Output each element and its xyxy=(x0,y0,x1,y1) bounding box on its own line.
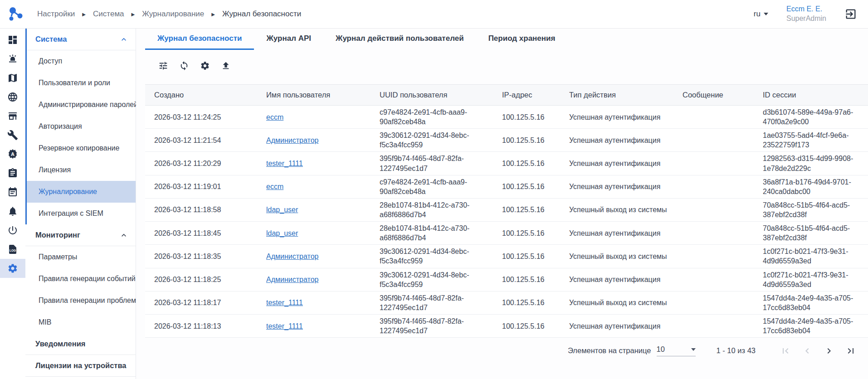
calendar-icon[interactable] xyxy=(0,183,25,202)
user-link[interactable]: Администратор xyxy=(266,253,318,260)
tab[interactable]: Период хранения xyxy=(476,29,568,50)
last-page-button[interactable] xyxy=(845,345,856,356)
cell-created: 2026-03-12 11:21:54 xyxy=(145,129,257,152)
sidebar-item[interactable]: Лицензия xyxy=(27,159,136,181)
sidebar-section-label: Система xyxy=(35,35,67,44)
sidebar-item[interactable]: MIB xyxy=(25,311,136,333)
sidebar-section: МониторингПараметрыПравила генерации соб… xyxy=(25,224,136,333)
sidebar-item[interactable]: Журналирование xyxy=(27,181,136,203)
table-row: 2026-03-12 11:19:01eccmc97e4824-2e91-4cf… xyxy=(145,175,868,198)
sidebar-item[interactable]: Интеграция с SIEM xyxy=(27,203,136,224)
table-header-row: СозданоИмя пользователяUUID пользователя… xyxy=(145,85,868,106)
clipboard-icon[interactable] xyxy=(0,164,25,183)
cell-user_uuid: 395f9b74-f465-48d7-82fa-1227495ec1d7 xyxy=(371,291,493,314)
sidebar-item[interactable]: Пользователи и роли xyxy=(27,72,136,94)
user-link[interactable]: tester_1111 xyxy=(266,299,303,306)
user-menu[interactable]: Eccm E. E. SuperAdmin xyxy=(786,5,826,24)
storefront-icon[interactable] xyxy=(0,107,25,126)
cell-user: eccm xyxy=(257,175,371,198)
cell-session_id: 36a8f71a-b176-49d4-9701-240ca0dabc00 xyxy=(754,175,868,198)
cell-user: eccm xyxy=(257,106,371,129)
cell-user_uuid: 39c30612-0291-4d34-8ebc-f5c3a4fcc959 xyxy=(371,268,493,291)
cell-session_id: 1c0f271c-b021-47f3-9e31-4d9d6559a3ed xyxy=(754,268,868,291)
sidebar-item[interactable]: Правила генерации проблем xyxy=(25,290,136,311)
cell-message xyxy=(673,106,754,129)
tab[interactable]: Журнал API xyxy=(254,29,323,50)
notifications-bell-icon[interactable] xyxy=(0,202,25,221)
user-link[interactable]: tester_1111 xyxy=(266,160,303,167)
user-link[interactable]: ldap_user xyxy=(266,229,298,237)
tab[interactable]: Журнал безопасности xyxy=(145,29,254,50)
user-link[interactable]: eccm xyxy=(266,113,283,121)
breadcrumb-item[interactable]: Система xyxy=(93,10,124,19)
sidebar-menu: СистемаДоступПользователи и ролиАдминист… xyxy=(25,29,136,379)
user-link[interactable]: Администратор xyxy=(266,136,318,144)
column-header-user_uuid: UUID пользователя xyxy=(371,85,493,106)
chevron-up-icon xyxy=(119,35,128,44)
globe-icon[interactable] xyxy=(0,87,25,107)
user-name[interactable]: Eccm E. E. xyxy=(786,5,826,14)
cell-session_id: 1547dd4a-24e9-4a35-a705-17cc6d83eb04 xyxy=(754,291,868,314)
sidebar-item[interactable]: Администрирование паролей xyxy=(27,94,136,116)
items-per-page-select[interactable]: 10 xyxy=(657,345,696,356)
sidebar-item[interactable]: Резервное копирование xyxy=(27,137,136,159)
sidebar-section-label: Уведомления xyxy=(35,340,85,348)
user-link[interactable]: eccm xyxy=(266,183,283,190)
breadcrumb-item[interactable]: Журнал безопасности xyxy=(222,10,301,19)
tab[interactable]: Журнал действий пользователей xyxy=(323,29,476,50)
table-settings-button[interactable] xyxy=(200,60,210,71)
user-link[interactable]: tester_1111 xyxy=(266,322,303,330)
log-file-icon[interactable] xyxy=(0,240,25,259)
sidebar-item[interactable]: Авторизация xyxy=(27,116,136,137)
table-row: 2026-03-12 11:24:25eccmc97e4824-2e91-4cf… xyxy=(145,106,868,129)
sidebar-section-header[interactable]: Лицензии на устройства xyxy=(25,355,136,377)
export-button[interactable] xyxy=(220,60,231,71)
cell-session_id: 1c0f271c-b021-47f3-9e31-4d9d6559a3ed xyxy=(754,245,868,268)
automation-badge-icon[interactable] xyxy=(0,145,25,164)
cell-ip: 100.125.5.16 xyxy=(493,152,560,175)
cell-created: 2026-03-12 11:19:01 xyxy=(145,175,257,198)
security-log-table-wrap: СозданоИмя пользователяUUID пользователя… xyxy=(145,84,868,338)
sidebar-item[interactable]: Доступ xyxy=(27,50,136,72)
table-row: 2026-03-12 11:20:29tester_1111395f9b74-f… xyxy=(145,152,868,175)
power-icon[interactable] xyxy=(0,221,25,240)
cell-created: 2026-03-12 11:18:35 xyxy=(145,245,257,268)
sidebar-item[interactable]: Правила генерации событий xyxy=(25,268,136,290)
language-selector[interactable]: ru xyxy=(754,10,768,19)
app-body: СистемаДоступПользователи и ролиАдминист… xyxy=(0,29,868,379)
cell-ip: 100.125.5.16 xyxy=(493,268,560,291)
sidebar-section-header[interactable]: Система xyxy=(27,29,136,50)
cell-created: 2026-03-12 11:24:25 xyxy=(145,106,257,129)
breadcrumb-item[interactable]: Журналирование xyxy=(142,10,204,19)
settings-gear-icon[interactable] xyxy=(0,259,25,278)
alarm-light-icon[interactable] xyxy=(0,49,25,68)
table-row: 2026-03-12 11:21:54Администратор39c30612… xyxy=(145,129,868,152)
sidebar-section-header[interactable]: Мониторинг xyxy=(25,224,136,246)
cell-action: Успешная аутентификация xyxy=(560,129,673,152)
wrench-icon[interactable] xyxy=(0,126,25,145)
sidebar-section-header[interactable]: Уведомления xyxy=(25,333,136,355)
sidebar-item[interactable]: Параметры xyxy=(25,246,136,268)
top-right-controls: ru Eccm E. E. SuperAdmin xyxy=(754,5,857,24)
cell-ip: 100.125.5.16 xyxy=(493,198,560,221)
map-icon[interactable] xyxy=(0,68,25,87)
cell-action: Успешный выход из системы xyxy=(560,198,673,221)
cell-action: Успешная аутентификация xyxy=(560,314,673,337)
breadcrumb: Настройки▶Система▶Журналирование▶Журнал … xyxy=(37,10,301,19)
user-link[interactable]: Администратор xyxy=(266,276,318,283)
logout-button[interactable] xyxy=(844,8,857,20)
chevron-down-icon xyxy=(691,348,696,351)
language-label: ru xyxy=(754,10,761,19)
main-content: Журнал безопасностиЖурнал APIЖурнал дейс… xyxy=(136,29,868,379)
column-header-session_id: ID сессии xyxy=(754,85,868,106)
refresh-button[interactable] xyxy=(179,60,190,71)
user-link[interactable]: ldap_user xyxy=(266,206,298,214)
cell-message xyxy=(673,198,754,221)
cell-message xyxy=(673,222,754,245)
sidebar-section-label: Мониторинг xyxy=(35,231,80,239)
next-page-button[interactable] xyxy=(824,345,834,356)
filter-button[interactable] xyxy=(158,60,169,71)
dashboard-icon[interactable] xyxy=(0,30,25,49)
breadcrumb-item[interactable]: Настройки xyxy=(37,10,75,19)
column-header-user: Имя пользователя xyxy=(257,85,371,106)
